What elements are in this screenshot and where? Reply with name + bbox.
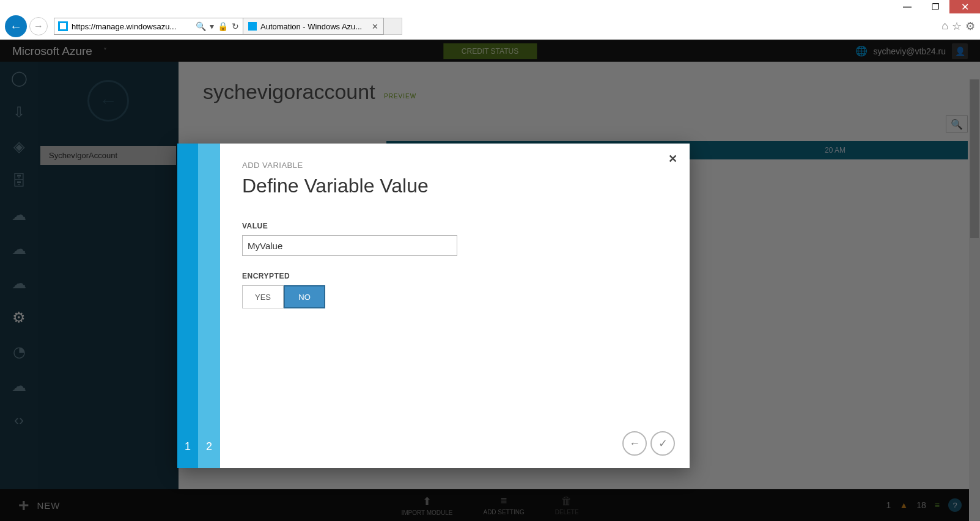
wizard-back-button[interactable]: ← (622, 431, 647, 456)
favorites-icon[interactable]: ☆ (952, 20, 962, 33)
encrypted-no-button[interactable]: NO (284, 285, 325, 308)
value-field-label: VALUE (242, 222, 668, 230)
dropdown-icon[interactable]: ▾ (210, 21, 214, 31)
tab-title: Automation - Windows Azu... (260, 22, 368, 31)
browser-back-button[interactable]: ← (5, 15, 27, 37)
address-bar[interactable]: https://manage.windowsazu... 🔍 ▾ 🔒 ↻ (54, 18, 243, 35)
refresh-icon[interactable]: ↻ (232, 21, 239, 31)
dialog-eyebrow: ADD VARIABLE (242, 161, 668, 170)
tab-favicon (248, 22, 257, 31)
browser-forward-button[interactable]: → (29, 17, 48, 35)
encrypted-yes-button[interactable]: YES (242, 285, 284, 308)
wizard-complete-button[interactable]: ✓ (650, 431, 675, 456)
url-text: https://manage.windowsazu... (72, 22, 192, 31)
add-variable-dialog: 1 2 ✕ ADD VARIABLE Define Variable Value… (177, 144, 690, 468)
azure-portal: Microsoft Azure ˅ CREDIT STATUS 🌐 sychev… (0, 40, 980, 521)
search-icon[interactable]: 🔍 (196, 21, 206, 31)
new-tab-button[interactable] (384, 18, 402, 35)
encrypted-field-label: ENCRYPTED (242, 272, 668, 280)
dialog-close-button[interactable]: ✕ (668, 152, 677, 166)
window-maximize-button[interactable]: ❐ (921, 0, 949, 13)
wizard-step-1[interactable]: 1 (177, 144, 198, 468)
lock-icon: 🔒 (218, 21, 228, 31)
window-titlebar: — ❐ ✕ (0, 0, 980, 13)
window-close-button[interactable]: ✕ (949, 0, 980, 13)
browser-tab[interactable]: Automation - Windows Azu... ✕ (243, 18, 384, 35)
tab-close-icon[interactable]: ✕ (372, 22, 378, 31)
site-icon (58, 21, 68, 31)
step-2-label: 2 (206, 440, 212, 453)
encrypted-toggle: YES NO (242, 285, 668, 308)
wizard-step-2[interactable]: 2 (198, 144, 220, 468)
home-icon[interactable]: ⌂ (941, 20, 948, 33)
window-minimize-button[interactable]: — (893, 0, 921, 13)
tools-icon[interactable]: ⚙ (965, 20, 975, 33)
dialog-title: Define Variable Value (242, 175, 668, 197)
browser-toolbar: ← → https://manage.windowsazu... 🔍 ▾ 🔒 ↻… (0, 13, 980, 40)
value-input[interactable] (242, 235, 457, 256)
step-1-label: 1 (185, 440, 191, 453)
